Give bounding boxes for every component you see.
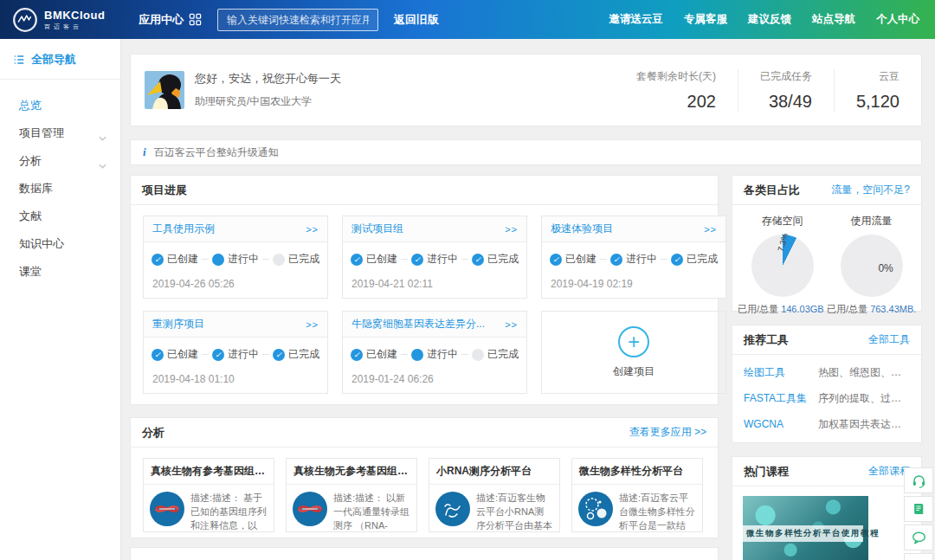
app-title[interactable]: 小RNA测序分析平台: [429, 459, 559, 485]
grid-icon: [189, 13, 202, 26]
project-date: 2019-04-19 02:19: [542, 267, 725, 290]
app-card-body: 描述:描述： 以新一代高通量转录组测序 （RNA-Seq） ...: [287, 485, 416, 540]
app-card[interactable]: 真核生物有参考基因组的转录... 描述:描述： 基于已知的基因组序列和注释信息，…: [143, 458, 274, 532]
project-title-link[interactable]: 极速体验项目: [551, 222, 613, 236]
project-card: 牛隐窝细胞基因表达差异分... >> 已创建 进行中 已完成 2019-01-2…: [342, 311, 527, 394]
step-label: 已完成: [487, 347, 519, 362]
caption-value: 146.03GB ...: [781, 304, 827, 314]
quota-upgrade-link[interactable]: 流量，空间不足?: [831, 183, 910, 197]
project-more-link[interactable]: >>: [505, 319, 518, 330]
create-project-label: 创建项目: [613, 364, 654, 379]
storage-usage: 存储空间 7.3% 已用/总量 146.03GB ...: [738, 212, 827, 316]
tool-item: FASTA工具集 序列的提取、过滤、...: [744, 391, 910, 406]
welcome-text: 您好，安达，祝您开心每一天 助理研究员/中国农业大学: [195, 71, 341, 109]
sidebar-item-knowledge-center[interactable]: 知识中心: [0, 230, 120, 258]
brand-logo[interactable]: BMKCloud 百迈客云: [0, 7, 128, 33]
sidebar-item-classroom[interactable]: 课堂: [0, 258, 120, 286]
traffic-usage: 使用流量 0% 已用/总量 763.43MB...: [827, 212, 916, 316]
app-card[interactable]: 微生物多样性分析平台 描述:百迈客云平台微生物多样性分析平台是一款结合...: [571, 458, 703, 532]
app-title[interactable]: 微生物多样性分析平台: [572, 459, 702, 485]
step-label: 已创建: [167, 252, 198, 267]
sidebar-item-analysis[interactable]: 分析: [0, 147, 120, 175]
step-running-icon: [212, 349, 224, 361]
stat-label: 套餐剩余时长(天): [636, 69, 716, 84]
step-label: 已完成: [687, 252, 718, 267]
nav-feedback-link[interactable]: 建议反馈: [748, 12, 791, 27]
project-title-link[interactable]: 工具使用示例: [152, 222, 215, 236]
headset-icon: [911, 473, 927, 489]
sidebar-item-label: 总览: [19, 99, 42, 112]
project-title-link[interactable]: 牛隐窝细胞基因表达差异分...: [351, 317, 485, 331]
app-card-body: 描述:百迈客云平台微生物多样性分析平台是一款结合...: [572, 485, 702, 540]
microbe-icon: [578, 492, 613, 526]
sidebar-item-label: 数据库: [19, 182, 53, 195]
nav-profile-link[interactable]: 个人中心: [876, 12, 919, 27]
project-more-link[interactable]: >>: [306, 224, 319, 235]
app-desc: 描述:百迈客生物云平台小RNA测序分析平台由基本分...: [476, 492, 553, 533]
app-title[interactable]: 真核生物无参考基因组的转录...: [287, 459, 416, 485]
project-title-link[interactable]: 重测序项目: [152, 317, 204, 331]
menu-list-icon: [13, 54, 25, 66]
next-section-panel: [130, 547, 719, 560]
all-nav-button[interactable]: 全部导航: [0, 39, 120, 80]
customer-service-button[interactable]: [904, 467, 933, 493]
recommended-tools-panel: 推荐工具 全部工具 绘图工具 热图、维恩图、柱图... FASTA工具集 序列的…: [732, 325, 922, 443]
nav-support-link[interactable]: 专属客服: [684, 12, 727, 27]
sidebar-item-database[interactable]: 数据库: [0, 175, 120, 203]
stat-package-days: 套餐剩余时长(天) 202: [615, 69, 738, 112]
create-project-button[interactable]: + 创建项目: [541, 311, 726, 394]
notice-bar[interactable]: i 百迈客云平台整站升级通知: [130, 139, 922, 165]
step-label: 已创建: [565, 252, 596, 267]
step-label: 已创建: [167, 347, 198, 362]
more-apps-link[interactable]: 查看更多应用 >>: [629, 425, 706, 440]
welcome-card: 您好，安达，祝您开心每一天 助理研究员/中国农业大学 套餐剩余时长(天) 202…: [130, 54, 922, 126]
chevron-down-icon: [99, 158, 106, 171]
project-more-link[interactable]: >>: [704, 224, 717, 235]
step-running-icon: [212, 254, 224, 266]
step-created-icon: [351, 254, 363, 266]
left-sidebar: 全部导航 总览 项目管理 分析 数据库 文献: [0, 39, 121, 560]
project-steps: 已创建 进行中 已完成: [144, 242, 327, 267]
tool-item: 绘图工具 热图、维恩图、柱图...: [744, 365, 910, 380]
app-card[interactable]: 真核生物无参考基因组的转录... 描述:描述： 以新一代高通量转录组测序 （RN…: [286, 458, 417, 532]
search-input[interactable]: [217, 9, 378, 31]
project-more-link[interactable]: >>: [306, 319, 319, 330]
back-to-old-link[interactable]: 返回旧版: [394, 12, 439, 28]
header-left-tools: 应用中心 返回旧版: [128, 9, 439, 31]
user-avatar[interactable]: [145, 71, 184, 109]
sidebar-item-literature[interactable]: 文献: [0, 203, 120, 230]
nav-invite-link[interactable]: 邀请送云豆: [609, 12, 664, 27]
project-card-header: 工具使用示例 >>: [144, 216, 327, 242]
projects-panel: 项目进展 工具使用示例 >> 已创建 进行中 已完成 2019-04-2: [130, 175, 719, 405]
project-date: 2019-04-21 02:11: [343, 267, 526, 290]
project-more-link[interactable]: >>: [505, 224, 518, 235]
sidebar-item-project-management[interactable]: 项目管理: [0, 119, 120, 147]
qrcode-button[interactable]: [904, 553, 933, 560]
project-card: 极速体验项目 >> 已创建 进行中 已完成 2019-04-19 02:19: [541, 216, 726, 299]
app-center-button[interactable]: 应用中心: [139, 12, 202, 28]
feedback-chat-button[interactable]: [904, 525, 933, 550]
step-label: 已完成: [288, 347, 319, 362]
bmkcloud-dashboard: BMKCloud 百迈客云 应用中心 返回旧版 邀请送云豆 专属客服 建议反馈 …: [0, 0, 935, 560]
nav-sitemap-link[interactable]: 站点导航: [812, 12, 855, 27]
caption-prefix: 已用/总量: [827, 304, 867, 314]
sidebar-item-overview[interactable]: 总览: [0, 92, 120, 119]
tool-link-wgcna[interactable]: WGCNA: [744, 418, 818, 430]
app-title[interactable]: 真核生物有参考基因组的转录...: [144, 459, 274, 485]
project-card-header: 牛隐窝细胞基因表达差异分... >>: [343, 312, 526, 338]
caption-value: 763.43MB...: [870, 304, 916, 314]
app-card[interactable]: 小RNA测序分析平台 描述:百迈客生物云平台小RNA测序分析平台由基本分...: [429, 458, 560, 532]
course-thumbnail[interactable]: 微生物多样性分析平台使用教程: [743, 496, 868, 560]
sidebar-item-label: 分析: [19, 154, 42, 167]
step-finished-icon: [273, 254, 285, 266]
step-label: 已创建: [366, 347, 397, 362]
tool-link-fasta[interactable]: FASTA工具集: [744, 391, 818, 406]
step-running-icon: [411, 254, 423, 266]
chat-icon: [911, 530, 927, 546]
tools-header: 推荐工具 全部工具: [732, 325, 921, 355]
step-connector: [401, 259, 408, 260]
handbook-button[interactable]: [904, 496, 933, 522]
tool-link-drawing[interactable]: 绘图工具: [744, 365, 818, 380]
project-title-link[interactable]: 测试项目组: [351, 222, 403, 236]
all-tools-link[interactable]: 全部工具: [868, 332, 910, 347]
